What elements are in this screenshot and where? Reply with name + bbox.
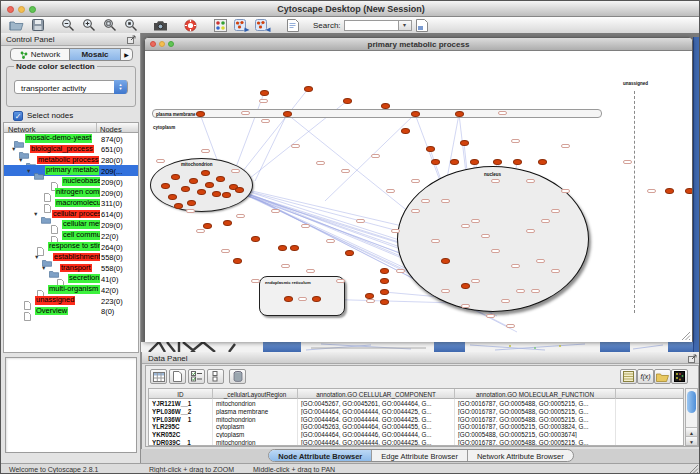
table-cell[interactable]: [GO:0016787, GO:0005488, GO:0005215, G..… [455,415,616,423]
table-row[interactable]: YJR121W__1mitochondrion[GO:0045267, GO:0… [149,399,683,407]
tree-row[interactable]: ▼transport558(0) [4,263,138,274]
save-session-button[interactable] [28,18,47,33]
gene-node[interactable] [312,296,321,302]
tree-row[interactable]: Overview8(0) [4,306,138,317]
table-cell[interactable]: mitochondrion [213,399,298,407]
table-cell[interactable]: [GO:0016787, GO:0005488, GO:0005215, G..… [455,407,616,415]
compartment-nucleus[interactable]: nucleus [397,166,589,312]
open-session-button[interactable] [7,18,26,33]
gene-node[interactable] [450,159,459,165]
gene-node[interactable] [290,245,299,251]
tab-edge-attribute-browser[interactable]: Edge Attribute Browser [372,450,468,461]
network-canvas[interactable]: plasma membrane cytoplasm mitochondrion … [145,51,692,342]
table-cell[interactable]: YDR039C__1 [149,438,213,446]
disclosure-triangle-icon[interactable]: ▼ [33,211,38,217]
zoom-out-button[interactable] [58,18,77,33]
disclosure-triangle-icon[interactable]: ▼ [26,168,31,174]
compartment-plasma-membrane[interactable]: plasma membrane [152,109,602,118]
network-view-button-2[interactable] [253,18,272,33]
annotation-button[interactable] [283,18,302,33]
zoom-in-button[interactable] [79,18,98,33]
tree-row[interactable]: multi-organism pro42(0) [4,284,138,295]
attribute-matrix-button[interactable] [671,369,688,384]
table-cell[interactable]: [GO:0044464, GO:0044446, GO:0044444, G..… [298,430,455,438]
table-cell[interactable]: YPL036W__2 [149,407,213,415]
new-attribute-button[interactable] [169,369,186,384]
table-row[interactable]: YDR039C__1mitochondrion[GO:0044464, GO:0… [149,438,683,446]
tree-row[interactable]: mosaic-demo-yeast874(0) [4,133,138,144]
disclosure-triangle-icon[interactable]: ▼ [11,146,16,152]
gene-node[interactable] [171,174,180,180]
select-attributes-button[interactable] [188,369,205,384]
table-cell[interactable]: [GO:0045263, GO:0044464, GO:0044455, G..… [298,422,455,430]
column-header[interactable]: annotation.GO CELLULAR_COMPONENT [298,389,455,399]
disclosure-triangle-icon[interactable]: ▼ [41,265,46,271]
table-cell[interactable]: YPL036W__1 [149,415,213,423]
gene-node[interactable] [665,188,674,194]
table-cell[interactable]: cytoplasm [213,422,298,430]
table-row[interactable]: YLR295Ccytoplasm[GO:0045263, GO:0044464,… [149,422,683,430]
gene-node[interactable] [461,283,470,289]
disclosure-triangle-icon[interactable]: ▼ [18,157,23,163]
table-cell[interactable]: YKR052C [149,430,213,438]
vizmapper-button[interactable] [211,18,230,33]
gene-node[interactable] [174,203,183,209]
tree-row[interactable]: ▼primary metabo209(... [4,165,138,176]
gene-node[interactable] [212,191,221,197]
gene-node[interactable] [197,189,206,195]
gene-node[interactable] [222,192,231,198]
resize-grip-icon[interactable] [689,464,699,474]
attribute-table-button[interactable] [150,369,167,384]
scroll-up-button[interactable]: ▲ [686,427,697,436]
gene-node[interactable] [380,289,389,295]
gene-node[interactable] [278,245,287,251]
gene-node[interactable] [431,159,440,165]
gene-node[interactable] [205,182,214,188]
table-row[interactable]: YKR052Ccytoplasm[GO:0044464, GO:0044446,… [149,430,683,438]
column-header[interactable]: annotation.GO MOLECULAR_FUNCTION [455,389,616,399]
birds-eye-view[interactable] [5,357,137,453]
table-cell[interactable]: [GO:0044464, GO:0044444, GO:0044425, G..… [298,438,455,446]
tree-row[interactable]: response to stimul264(0) [4,241,138,252]
table-cell[interactable]: mitochondrion [213,438,298,446]
gene-node[interactable] [493,159,502,165]
network-view-button-1[interactable] [232,18,251,33]
snapshot-button[interactable] [151,18,170,33]
function-builder-button[interactable]: f(x) [637,369,654,384]
gene-node[interactable] [380,299,389,305]
gene-node[interactable] [513,159,522,165]
gene-node[interactable] [470,159,479,165]
table-row[interactable]: YPL036W__1mitochondrion[GO:0044464, GO:0… [149,415,683,423]
gene-node[interactable] [260,90,269,96]
table-cell[interactable]: plasma membrane [213,407,298,415]
gene-node[interactable] [538,159,547,165]
node-color-dropdown[interactable]: transporter activity ▲▼ [14,80,128,94]
gene-node[interactable] [233,258,242,264]
table-row[interactable]: YPL036W__2plasma membrane[GO:0044464, GO… [149,407,683,415]
unselect-attributes-button[interactable] [207,369,224,384]
tree-row[interactable]: cellular metabo209(0) [4,219,138,230]
window-titlebar[interactable]: Cytoscape Desktop (New Session) [1,1,700,17]
delete-attribute-button[interactable] [229,369,246,384]
table-scrollbar[interactable]: ▲ ▼ [685,388,698,446]
tab-overflow-button[interactable]: ▶ [121,49,132,60]
table-cell[interactable]: YJR121W__1 [149,399,213,407]
zoom-selected-button[interactable] [121,18,140,33]
table-cell[interactable]: cytoplasm [213,430,298,438]
gene-node[interactable] [345,250,354,256]
table-cell[interactable]: [GO:0016787, GO:0005488, GO:0005215, G..… [455,438,616,446]
column-header[interactable]: _cellularLayoutRegion [213,389,298,399]
table-cell[interactable]: [GO:0045267, GO:0045261, GO:0044464, G..… [298,399,455,407]
table-cell[interactable]: [GO:0044464, GO:0044444, GO:0044425, G..… [298,415,455,423]
tree-row[interactable]: nucleobase-209(0) [4,176,138,187]
gene-node[interactable] [168,194,177,200]
select-nodes-checkbox[interactable]: ✓ [13,111,23,121]
float-panel-icon[interactable] [127,35,136,46]
table-cell[interactable]: [GO:0005488, GO:0005215, GO:0003674] [455,430,616,438]
tree-row[interactable]: cell communicat22(0) [4,230,138,241]
gene-node[interactable] [189,178,198,184]
gene-node[interactable] [187,200,196,206]
search-input[interactable] [344,20,399,31]
gene-node[interactable] [235,187,244,193]
gene-node[interactable] [401,128,410,134]
